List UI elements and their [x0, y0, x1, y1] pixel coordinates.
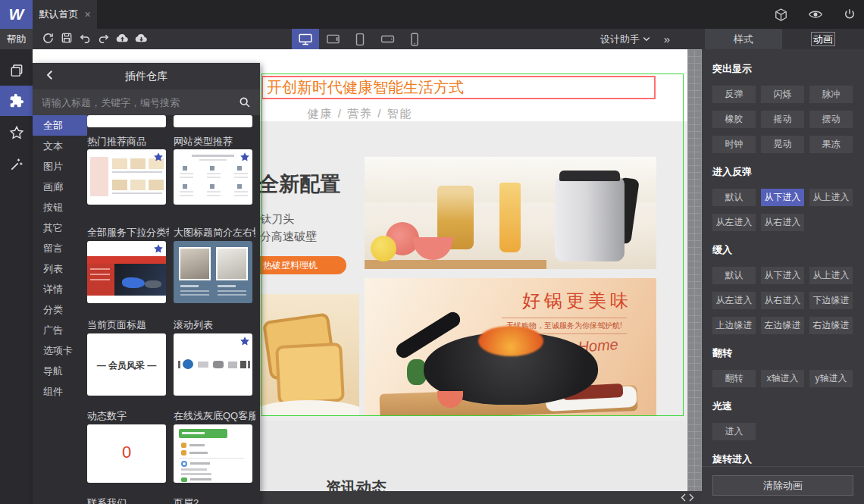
tab-style[interactable]: 样式 — [705, 29, 782, 49]
anim-button[interactable]: 从左进入 — [712, 214, 756, 231]
category-item[interactable]: 图片 — [33, 156, 87, 177]
star-badge-icon[interactable] — [239, 152, 250, 162]
anim-button[interactable]: 从右进入 — [761, 292, 804, 309]
kettle-photo[interactable] — [365, 157, 656, 269]
anim-button[interactable]: 从上进入 — [809, 267, 853, 284]
clear-animation-button[interactable]: 清除动画 — [712, 475, 853, 496]
plugin-item-label[interactable]: 全部服务下拉分类带... — [87, 226, 169, 239]
design-assistant-dropdown[interactable]: 设计助手 — [600, 29, 650, 49]
anim-button[interactable]: 右边缘进 — [809, 317, 853, 334]
plugin-card-service-menu[interactable] — [87, 241, 166, 303]
refresh-icon[interactable] — [42, 32, 56, 46]
anim-button[interactable]: 摆动 — [809, 111, 853, 128]
preview-eye-icon[interactable] — [808, 8, 823, 20]
category-item[interactable]: 画廊 — [33, 177, 87, 197]
anim-button[interactable]: 默认 — [712, 189, 756, 206]
upload-cloud-icon[interactable] — [115, 32, 130, 46]
anim-button[interactable]: 从左进入 — [712, 292, 756, 309]
plugin-item-label[interactable]: 页眉2 — [174, 496, 255, 504]
components-cube-icon[interactable] — [774, 8, 788, 22]
category-item[interactable]: 按钮 — [33, 197, 87, 218]
feature-heading[interactable]: 全新配置 — [258, 171, 340, 198]
feature-badge[interactable]: 热破壁料理机 — [260, 256, 346, 274]
plugin-card-partial[interactable] — [87, 115, 166, 127]
anim-button[interactable]: 闪烁 — [761, 86, 804, 103]
plugin-search-input[interactable] — [33, 97, 230, 108]
anim-button[interactable]: 时钟 — [712, 136, 756, 153]
category-item[interactable]: 文本 — [33, 136, 87, 156]
pages-icon[interactable] — [0, 55, 33, 86]
feature-line2[interactable]: 分高速破壁 — [260, 230, 317, 244]
plugin-item-label[interactable]: 网站类型推荐 — [174, 135, 255, 149]
plugin-item-label[interactable]: 热门推荐商品 — [87, 135, 169, 149]
anim-button[interactable]: x轴进入 — [761, 370, 804, 387]
plugin-card-dynamic-number[interactable]: 0 — [87, 424, 166, 483]
category-item[interactable]: 选项卡 — [33, 340, 87, 361]
category-item[interactable]: 留言 — [33, 238, 87, 258]
plugin-item-label[interactable]: 动态数字 — [87, 409, 169, 423]
power-icon[interactable] — [843, 8, 856, 21]
design-wand-icon[interactable] — [0, 149, 33, 180]
back-icon[interactable] — [43, 68, 57, 82]
star-badge-icon[interactable] — [153, 152, 164, 162]
collapse-panel-icon[interactable]: » — [664, 29, 670, 49]
wok-banner-photo[interactable]: 好锅更美味 无忧购物，至诚服务为你保驾护航! Warm Home — [365, 278, 656, 415]
category-item[interactable]: 全部 — [33, 115, 87, 136]
category-item[interactable]: 详情 — [33, 279, 87, 299]
redo-icon[interactable] — [97, 32, 111, 46]
category-item[interactable]: 导航 — [33, 361, 87, 381]
tab-animation[interactable]: 动画 — [782, 29, 864, 49]
tab-close-icon[interactable]: × — [84, 8, 90, 20]
favorites-star-icon[interactable] — [0, 117, 33, 148]
anim-button[interactable]: 从下进入 — [761, 267, 804, 284]
plugin-card-partial[interactable] — [174, 115, 252, 127]
anim-button[interactable]: 脉冲 — [809, 86, 853, 103]
star-badge-icon[interactable] — [239, 336, 250, 346]
plugin-card-page-title[interactable]: — 会员风采 — — [87, 333, 166, 396]
category-item[interactable]: 分类 — [33, 299, 87, 320]
device-tablet-portrait-button[interactable] — [346, 29, 374, 49]
anim-button[interactable]: 进入 — [712, 423, 756, 440]
anim-button[interactable]: 橡胶 — [712, 111, 756, 128]
plugins-puzzle-icon[interactable] — [0, 86, 33, 116]
plugin-card-hot-products[interactable] — [87, 149, 166, 205]
anim-button[interactable]: 果冻 — [809, 136, 853, 153]
device-phone-landscape-button[interactable] — [374, 29, 401, 49]
plugin-card-site-types[interactable] — [174, 149, 252, 205]
device-tablet-landscape-button[interactable] — [319, 29, 346, 49]
anim-button[interactable]: 从右进入 — [761, 214, 804, 231]
search-icon[interactable] — [230, 96, 260, 108]
plugin-card-qq-service[interactable] — [174, 424, 252, 483]
save-icon[interactable] — [61, 32, 75, 46]
plugin-item-label[interactable]: 大图标题简介左右切... — [174, 226, 255, 239]
plugin-item-label[interactable]: 当前页面标题 — [87, 318, 169, 332]
plugin-item-label[interactable]: 滚动列表 — [174, 318, 255, 332]
device-phone-portrait-button[interactable] — [401, 29, 428, 49]
help-button[interactable]: 帮助 — [0, 29, 33, 49]
plugin-item-label[interactable]: 联系我们 — [87, 496, 169, 504]
category-item[interactable]: 广告 — [33, 320, 87, 340]
star-badge-icon[interactable] — [153, 243, 164, 254]
feature-line1[interactable]: 钛刀头 — [260, 212, 294, 227]
anim-button[interactable]: 从上进入 — [809, 189, 853, 206]
anim-button[interactable]: 默认 — [712, 267, 756, 284]
category-item[interactable]: 组件 — [33, 381, 87, 402]
anim-button[interactable]: 上边缘进 — [712, 317, 756, 334]
anim-button[interactable]: y轴进入 — [809, 370, 853, 387]
app-logo[interactable]: W — [0, 0, 33, 29]
device-desktop-button[interactable] — [292, 29, 319, 49]
category-item[interactable]: 其它 — [33, 218, 87, 238]
plugin-card-image-slider[interactable] — [174, 241, 252, 303]
anim-button[interactable]: 翻转 — [712, 370, 756, 387]
hero-subtitle[interactable]: 健康 / 营养 / 智能 — [307, 107, 412, 121]
code-icon[interactable] — [681, 493, 694, 502]
anim-button-selected[interactable]: 从下进入 — [761, 189, 804, 206]
plugin-item-label[interactable]: 在线浅灰底QQ客服 — [174, 409, 255, 423]
anim-button[interactable]: 下边缘进 — [809, 292, 853, 309]
toast-photo[interactable] — [260, 294, 359, 415]
plugin-card-scroll-list[interactable] — [174, 333, 252, 396]
anim-button[interactable]: 晃动 — [761, 136, 804, 153]
download-cloud-icon[interactable] — [134, 32, 149, 46]
undo-icon[interactable] — [79, 32, 93, 46]
anim-button[interactable]: 摇动 — [761, 111, 804, 128]
